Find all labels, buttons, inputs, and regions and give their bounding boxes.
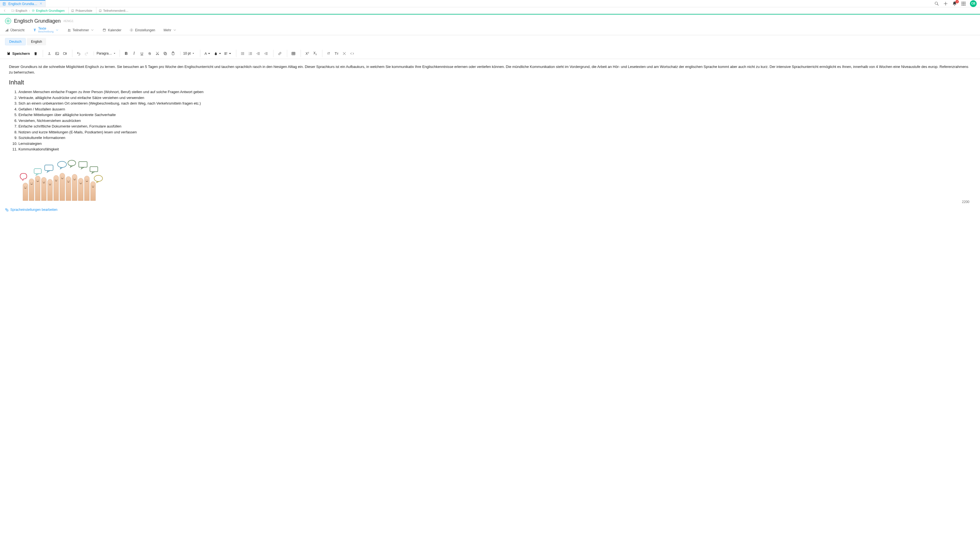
svg-point-29: [241, 53, 242, 54]
breadcrumb-item-grundlagen[interactable]: Englisch Grundlagen: [32, 9, 65, 12]
fontsize-select[interactable]: 10 pt: [183, 51, 197, 55]
print-icon: [71, 9, 74, 12]
print-icon: [99, 9, 102, 12]
svg-rect-34: [292, 52, 295, 55]
content-list: Anderen Menschen einfache Fragen zu ihre…: [9, 89, 972, 152]
svg-point-50: [69, 180, 70, 181]
table-icon[interactable]: [290, 50, 297, 57]
nav-participants[interactable]: Teilnehmer: [67, 25, 94, 35]
notifications-icon[interactable]: 2: [952, 1, 957, 6]
link-icon[interactable]: [276, 50, 283, 57]
svg-rect-3: [963, 2, 964, 3]
app-tab[interactable]: Englisch Grundla…: [0, 0, 46, 7]
svg-point-49: [67, 180, 68, 181]
language-settings-link[interactable]: A文 Spracheinstellungen bearbeiten: [5, 208, 975, 212]
nav-label: Einstellungen: [135, 28, 155, 32]
svg-point-62: [68, 160, 76, 166]
nav-label: Kalender: [108, 28, 121, 32]
lang-tab-de[interactable]: Deutsch: [5, 38, 26, 45]
svg-point-65: [94, 175, 102, 182]
svg-point-48: [63, 177, 64, 177]
breadcrumb-trail: Englisch › Englisch Grundlagen: [9, 7, 67, 14]
text-size-small-icon[interactable]: tT: [325, 50, 332, 57]
chevron-down-icon: [192, 52, 195, 55]
page-title: Englisch Grundlagen: [14, 18, 60, 24]
nav-more[interactable]: Mehr: [164, 25, 177, 35]
svg-point-43: [49, 183, 49, 184]
list-item: Kommunikationsfähigkeit: [18, 147, 972, 152]
ordered-list-icon[interactable]: 123: [247, 50, 254, 57]
print-teilnehmerliste[interactable]: Teilnehmendenli…: [99, 9, 129, 12]
redo-icon[interactable]: [83, 50, 90, 57]
list-item: Verstehen, Nichtverstehen ausdrücken: [18, 118, 972, 124]
close-tab-icon[interactable]: [40, 2, 43, 6]
upload-file-icon[interactable]: [46, 50, 53, 57]
copy-icon[interactable]: [162, 50, 169, 57]
top-strip: Englisch Grundla… 2 CB: [0, 0, 980, 7]
chevron-down-icon: [113, 52, 116, 55]
apps-grid-icon[interactable]: [961, 1, 966, 6]
nav-settings[interactable]: Einstellungen: [130, 25, 155, 35]
breadcrumb-item-englisch[interactable]: Englisch: [11, 9, 27, 12]
indent-icon[interactable]: [262, 50, 270, 57]
save-label: Speichern: [12, 51, 30, 56]
nav-calendar[interactable]: Kalender: [102, 25, 121, 35]
print-praesenzliste[interactable]: Präsenzliste: [71, 9, 92, 12]
highlight-color-icon[interactable]: [213, 50, 223, 57]
subscript-icon[interactable]: X2: [312, 50, 319, 57]
lang-tab-en[interactable]: English: [27, 38, 46, 45]
chevron-down-icon: [173, 28, 177, 32]
editor-area: Dieser Grundkurs ist die schnellste Mögl…: [5, 61, 976, 205]
chevron-down-icon: [55, 28, 59, 32]
secondary-nav: Übersicht Texte Beschreibung Teilnehmer …: [0, 25, 980, 35]
video-icon[interactable]: [62, 50, 69, 57]
bold-icon[interactable]: B: [123, 50, 130, 57]
list-item: Vertraute, alltägliche Ausdrücke und ein…: [18, 95, 972, 101]
fontsize-label: 10 pt: [183, 51, 191, 55]
alignment-icon[interactable]: [223, 50, 233, 57]
paragraph-select[interactable]: Paragra…: [97, 51, 116, 55]
breadcrumb-extra-label: Präsenzliste: [75, 9, 92, 12]
intro-paragraph: Dieser Grundkurs ist die schnellste Mögl…: [9, 64, 972, 75]
add-icon[interactable]: [943, 1, 948, 6]
list-item: Soziokulturelle Informationen: [18, 135, 972, 140]
underline-icon[interactable]: U: [138, 50, 146, 57]
translate-icon: A文: [5, 208, 9, 212]
paste-icon[interactable]: [170, 50, 177, 57]
italic-icon[interactable]: I: [130, 50, 138, 57]
svg-point-53: [80, 182, 80, 183]
svg-point-14: [8, 21, 9, 22]
back-icon[interactable]: [2, 8, 7, 13]
course-icon: [32, 9, 35, 12]
document-icon: [2, 2, 6, 6]
clear-format-icon[interactable]: [341, 50, 348, 57]
superscript-icon[interactable]: X2: [304, 50, 311, 57]
text-size-large-icon[interactable]: Tт: [333, 50, 340, 57]
strikethrough-icon[interactable]: S: [146, 50, 153, 57]
list-item: Anderen Menschen einfache Fragen zu ihre…: [18, 89, 972, 95]
undo-icon[interactable]: [75, 50, 83, 57]
nav-texte[interactable]: Texte Beschreibung: [33, 25, 59, 35]
language-settings-label: Spracheinstellungen bearbeiten: [10, 208, 57, 212]
nav-overview[interactable]: Übersicht: [5, 25, 25, 35]
code-view-icon[interactable]: [348, 50, 356, 57]
svg-point-38: [32, 183, 33, 183]
outdent-icon[interactable]: [255, 50, 262, 57]
language-tabs: Deutsch English: [0, 35, 980, 48]
avatar[interactable]: CB: [970, 0, 977, 7]
search-icon[interactable]: [934, 1, 939, 6]
chevron-down-icon: [91, 28, 94, 32]
svg-point-58: [94, 185, 94, 186]
svg-rect-4: [965, 2, 966, 3]
breadcrumb-extra-teilnehmer: Teilnehmendenli…: [96, 7, 131, 14]
breadcrumb-bar: Englisch › Englisch Grundlagen Präsenzli…: [0, 7, 980, 14]
image-icon[interactable]: [54, 50, 61, 57]
unordered-list-icon[interactable]: [239, 50, 247, 57]
svg-rect-17: [103, 29, 106, 31]
text-color-icon[interactable]: A: [203, 50, 213, 57]
delete-icon[interactable]: [32, 50, 40, 57]
nav-label: Mehr: [164, 28, 171, 32]
cut-icon[interactable]: [154, 50, 161, 57]
save-button[interactable]: Speichern: [5, 51, 32, 56]
editor-body[interactable]: Dieser Grundkurs ist die schnellste Mögl…: [5, 61, 976, 205]
